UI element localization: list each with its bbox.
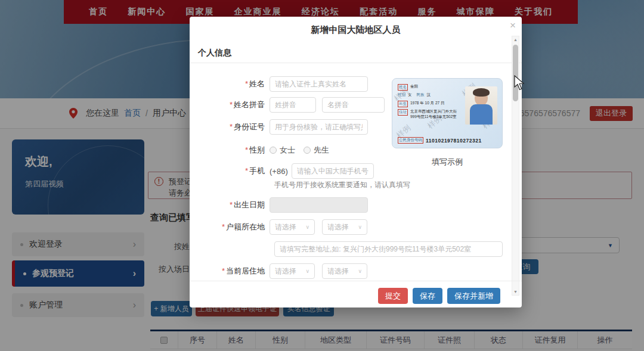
card-sex-label: 性别	[398, 92, 405, 98]
required-mark: *	[230, 122, 233, 131]
name-input[interactable]	[270, 76, 368, 92]
residence-city-select[interactable]: 请选择 ∨	[322, 263, 367, 279]
card-address-value: 北京市西城区复兴门外大街999号院11号楼3单元502室	[410, 109, 462, 120]
card-idno-value: 110102197810272321	[426, 138, 482, 144]
scrollbar-thumb[interactable]	[513, 45, 518, 101]
card-birth-row: 出生 1978 年 10 月 27 日	[398, 101, 444, 107]
scroll-down-icon[interactable]: ▼	[512, 290, 519, 294]
card-portrait-photo	[465, 86, 497, 125]
select-value: 请选择	[327, 222, 349, 232]
required-mark: *	[222, 222, 225, 231]
portrait-body	[470, 104, 493, 125]
select-value: 请选择	[327, 266, 349, 277]
pinyin-label-text: 姓名拼音	[234, 100, 265, 109]
givenname-pinyin-input[interactable]	[322, 97, 385, 113]
pinyin-label: *姓名拼音	[198, 100, 270, 110]
full-address-input[interactable]	[274, 241, 503, 257]
card-name-value: 金阳	[410, 84, 418, 89]
gender-female-radio[interactable]: 女士	[270, 145, 295, 156]
gender-label-text: 性别	[249, 145, 265, 154]
submit-button[interactable]: 提交	[378, 288, 408, 304]
phone-label: *手机	[198, 166, 270, 176]
hukou-label-text: 户籍所在地	[226, 222, 265, 231]
card-idno-row: 公民身份号码 110102197810272321	[398, 137, 482, 144]
birth-date-label: *出生日期	[198, 200, 270, 210]
gender-female-label: 女士	[280, 145, 295, 156]
required-mark: *	[222, 266, 225, 275]
birth-date-label-text: 出生日期	[234, 200, 265, 209]
phone-input[interactable]	[292, 163, 374, 179]
gender-male-radio[interactable]: 先生	[304, 145, 329, 156]
select-caret-icon: ∨	[305, 268, 309, 274]
personal-info-section-heading: 个人信息	[198, 48, 231, 58]
divider	[190, 63, 522, 63]
hukou-province-select[interactable]: 请选择 ∨	[270, 219, 315, 235]
save-button[interactable]: 保存	[413, 288, 442, 304]
residence-row: *当前居住地 请选择 ∨ 请选择 ∨	[198, 263, 508, 279]
modal-footer: 提交 保存 保存并新增	[378, 288, 500, 304]
card-idno-label: 公民身份号码	[398, 137, 423, 144]
phone-label-text: 手机	[249, 166, 265, 175]
residence-province-select[interactable]: 请选择 ∨	[270, 263, 315, 279]
id-number-label: *身份证号	[198, 122, 270, 132]
radio-circle-icon	[270, 147, 277, 154]
modal-title: 新增中国大陆地区人员	[190, 24, 522, 36]
address-row	[274, 241, 508, 257]
phone-country-prefix: (+86)	[270, 167, 288, 176]
surname-pinyin-input[interactable]	[270, 97, 316, 113]
hukou-city-select[interactable]: 请选择 ∨	[322, 219, 367, 235]
select-value: 请选择	[275, 222, 296, 232]
card-nation-label: 民族	[417, 92, 425, 98]
required-mark: *	[230, 100, 233, 109]
scroll-up-icon[interactable]: ▲	[512, 38, 519, 42]
card-address-label: 住址	[398, 109, 408, 116]
page: 首页 新闻中心 国家展 企业商业展 经济论坛 配套活动 服务 城市保障 关于我们…	[0, 0, 644, 351]
id-number-label-text: 身份证号	[234, 122, 265, 131]
portrait-hair	[473, 88, 490, 97]
required-mark: *	[245, 79, 248, 88]
select-value: 请选择	[275, 266, 296, 277]
name-label-text: 姓名	[249, 79, 265, 88]
birth-date-input	[270, 197, 368, 213]
residence-label: *当前居住地	[198, 266, 270, 277]
card-birth-value: 1978 年 10 月 27 日	[410, 101, 444, 106]
radio-circle-icon	[304, 147, 311, 154]
hukou-row: *户籍所在地 请选择 ∨ 请选择 ∨	[198, 219, 508, 235]
card-nation-value: 汉	[427, 92, 431, 98]
gender-male-label: 先生	[314, 145, 329, 156]
card-sex-value: 女	[408, 92, 412, 98]
required-mark: *	[230, 200, 233, 209]
card-address-row: 住址 北京市西城区复兴门外大街999号院11号楼3单元502室	[398, 109, 462, 120]
sample-id-card: 样例 样例 样例 样例 样例 姓名 金阳 性别 女 民族 汉 出生 1978 年…	[392, 78, 503, 148]
card-name-label: 姓名	[398, 84, 408, 91]
footer-divider	[190, 281, 522, 281]
card-birth-label: 出生	[398, 101, 408, 107]
sample-caption: 填写示例	[392, 157, 503, 167]
phone-hint: 手机号用于接收系统重要通知，请认真填写	[274, 180, 508, 190]
required-mark: *	[245, 166, 248, 175]
id-number-input[interactable]	[270, 119, 368, 135]
save-and-new-button[interactable]: 保存并新增	[447, 288, 500, 304]
required-mark: *	[245, 145, 248, 154]
name-label: *姓名	[198, 79, 270, 89]
birth-date-row: *出生日期	[198, 197, 508, 213]
gender-label: *性别	[198, 145, 270, 156]
add-person-modal: × 新增中国大陆地区人员 个人信息 *姓名 *姓名拼音 *身份证号	[190, 17, 522, 307]
card-sex-row: 性别 女 民族 汉	[398, 92, 431, 98]
residence-label-text: 当前居住地	[226, 266, 265, 275]
modal-scrollbar[interactable]: ▲ ▼	[512, 36, 519, 296]
card-name-row: 姓名 金阳	[398, 84, 418, 91]
hukou-label: *户籍所在地	[198, 222, 270, 232]
select-caret-icon: ∨	[358, 224, 362, 230]
select-caret-icon: ∨	[358, 268, 362, 274]
select-caret-icon: ∨	[305, 224, 309, 230]
